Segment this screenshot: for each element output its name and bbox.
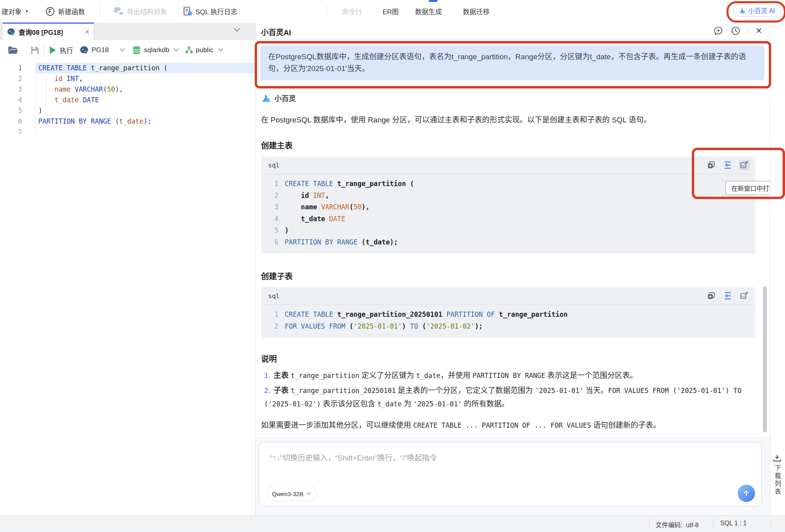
top-toolbar: 建对象 ▼ 新建函数 导出结构对象 SQL 执行日志 命令行 ER图	[0, 0, 785, 23]
section-title-create-child: 创建子表	[261, 270, 755, 282]
ai-assistant-label: 小百灵 AI	[748, 6, 775, 15]
code-line: 7	[0, 127, 255, 137]
bird-mountain-logo-icon	[261, 93, 271, 103]
toolbar-divider	[44, 45, 44, 56]
model-name: Qwen3-32B	[272, 491, 303, 497]
er-diagram-label: ER图	[383, 6, 399, 16]
insert-to-editor-icon[interactable]	[722, 160, 733, 171]
note-number: 1.	[264, 371, 270, 380]
new-function-label: 新建函数	[58, 6, 85, 16]
data-migration-label: 数据迁移	[463, 6, 490, 16]
tab-query08[interactable]: 查询08 [PG18] ✕	[2, 23, 94, 40]
code-language-label: sql	[268, 292, 280, 300]
indent-guide	[46, 76, 46, 108]
ai-conversation: 在PostgreSQL数据库中，生成创建分区表语句，表名为t_range_par…	[255, 40, 770, 438]
new-function-button[interactable]: 新建函数	[45, 0, 85, 23]
open-in-new-window-icon[interactable]: SQL	[739, 290, 750, 301]
history-icon[interactable]	[731, 26, 741, 36]
code-line: 1CREATE TABLE t_range_partition (	[268, 178, 748, 190]
data-migration-button[interactable]: 数据迁移	[463, 0, 490, 23]
document-clock-icon	[183, 6, 192, 16]
data-generation-label: 数据生成	[415, 6, 442, 16]
section-title-create-parent: 创建主表	[261, 139, 755, 151]
code-line: 3 name VARCHAR(50),	[0, 84, 255, 95]
copy-code-icon[interactable]	[706, 290, 717, 301]
tab-list-chevron-icon[interactable]	[234, 28, 240, 32]
database-selector[interactable]: sqlarkdb	[144, 46, 169, 54]
er-diagram-button[interactable]: ER图	[383, 0, 399, 23]
database-export-icon	[114, 7, 124, 16]
code-line: 6PARTITION BY RANGE (t_date);	[0, 116, 255, 127]
code-block-parent-table: sql SQL 1CREA	[261, 156, 755, 254]
tooltip-open-new-window: 在新窗口中打开	[725, 181, 770, 195]
schema-selector[interactable]: public	[196, 46, 213, 54]
tab-close-icon[interactable]: ✕	[85, 28, 90, 36]
new-object-button[interactable]: 建对象 ▼	[2, 0, 29, 23]
connection-selector[interactable]: PG18	[92, 46, 109, 54]
new-object-label: 建对象	[2, 6, 22, 16]
insert-to-editor-icon[interactable]	[722, 290, 733, 301]
new-chat-icon[interactable]	[713, 26, 723, 36]
chat-input-box[interactable]: “↑↓”切换历史输入，“Shift+Enter”换行，“/”唤起指令 Qwen3…	[259, 442, 762, 506]
chat-input-placeholder: “↑↓”切换历史输入，“Shift+Enter”换行，“/”唤起指令	[270, 452, 437, 462]
ai-assistant-panel: 小百灵AI ✕ 在PostgreSQL数据库中，生成创建分区表语句，表名为t_r…	[255, 23, 770, 515]
sql-log-button[interactable]: SQL 执行日志	[183, 0, 237, 23]
note-number: 2.	[264, 386, 270, 395]
download-tray-icon	[773, 454, 781, 462]
arrow-up-icon	[742, 489, 750, 497]
run-label: 执行	[60, 45, 73, 55]
svg-text:SQL: SQL	[742, 295, 746, 298]
chevron-down-icon[interactable]	[218, 48, 223, 52]
ai-assistant-button[interactable]: 小百灵 AI	[734, 4, 780, 17]
bird-mountain-logo-icon	[739, 7, 746, 14]
section-title-notes: 说明	[261, 353, 755, 364]
download-list-button[interactable]: 下载列表	[772, 454, 782, 496]
code-line: 5)	[0, 105, 255, 116]
postgres-elephant-icon	[7, 28, 15, 36]
toolbar-divider	[327, 6, 327, 17]
command-line-button[interactable]: 命令行	[342, 0, 362, 23]
cursor-position-status: SQL 1 : 1	[720, 520, 747, 527]
code-line: 6PARTITION BY RANGE (t_date);	[268, 237, 748, 248]
notes-list: 1.主表 t_range_partition 定义了分区键为 t_date，并使…	[261, 369, 755, 411]
postgres-elephant-icon	[79, 45, 89, 55]
response-closing: 如果需要进一步添加其他分区，可以继续使用 CREATE TABLE ... PA…	[261, 419, 755, 431]
code-block-child-table: sql SQL 1CREA	[261, 287, 755, 338]
response-intro: 在 PostgreSQL 数据库中，使用 Range 分区，可以通过主表和子表的…	[261, 114, 755, 126]
data-generation-button[interactable]: 数据生成	[415, 0, 442, 23]
code-line: 4 t_date DATE	[0, 95, 255, 105]
code-line: 1CREATE TABLE t_range_partition_20250101…	[268, 309, 748, 321]
chevron-down-icon[interactable]	[120, 48, 125, 52]
note-item: 1.主表 t_range_partition 定义了分区键为 t_date，并使…	[264, 369, 755, 382]
code-line: 5)	[268, 225, 748, 237]
export-structure-button[interactable]: 导出结构对象	[114, 0, 167, 23]
export-structure-label: 导出结构对象	[127, 6, 167, 16]
toolbar-divider	[100, 6, 100, 17]
download-list-label: 下载列表	[772, 464, 782, 496]
chevron-down-icon[interactable]	[173, 48, 179, 52]
sql-editor[interactable]: 1CREATE TABLE t_range_partition (2 id IN…	[0, 60, 255, 518]
command-line-label: 命令行	[342, 6, 362, 16]
tab-bar: 查询08 [PG18] ✕	[0, 23, 255, 40]
save-icon[interactable]	[30, 46, 39, 55]
ai-panel-title: 小百灵AI	[261, 26, 291, 37]
right-rail: 下载列表	[770, 23, 785, 515]
close-icon[interactable]: ✕	[755, 26, 762, 36]
code-content: 1CREATE TABLE t_range_partition (2 id IN…	[261, 174, 755, 254]
assistant-name: 小百灵	[274, 93, 296, 103]
copy-code-icon[interactable]	[706, 160, 717, 171]
app-window: 建对象 ▼ 新建函数 导出结构对象 SQL 执行日志 命令行 ER图	[0, 0, 785, 532]
header-divider	[748, 26, 748, 35]
open-file-icon[interactable]	[8, 46, 19, 55]
ai-panel-header: 小百灵AI ✕	[255, 23, 770, 40]
chevron-down-icon	[306, 492, 311, 495]
circled-f-icon	[45, 7, 55, 16]
db-cylinder-icon	[132, 46, 141, 55]
chat-input-section: “↑↓”切换历史输入，“Shift+Enter”换行，“/”唤起指令 Qwen3…	[255, 438, 770, 515]
send-button[interactable]	[738, 485, 755, 502]
run-button[interactable]: 执行	[49, 45, 73, 55]
schema-tree-icon	[185, 46, 193, 54]
open-in-new-window-icon[interactable]: SQL	[739, 160, 750, 171]
ai-panel-scrollbar[interactable]	[763, 286, 767, 432]
model-selector[interactable]: Qwen3-32B	[266, 486, 317, 501]
